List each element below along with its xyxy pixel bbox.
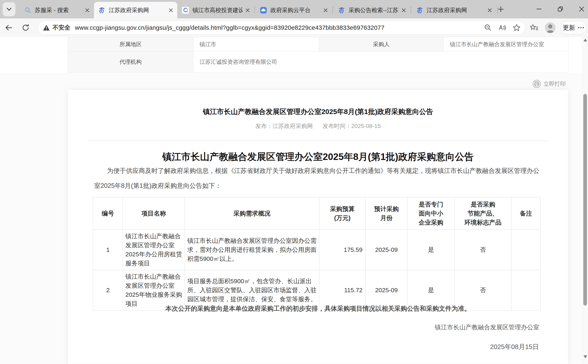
scroll-up-icon[interactable] [583, 39, 587, 41]
col-header-budget: 采购预算 (万元) [319, 197, 366, 230]
col-header-demand: 采购需求概况 [185, 197, 319, 230]
scroll-down-icon[interactable] [583, 355, 587, 358]
jiangsu-logo-icon [98, 6, 105, 14]
col-header-no: 编号 [93, 197, 123, 230]
window-restore-button[interactable] [554, 0, 567, 18]
tab-jiangsu-gov-procurement[interactable]: 江苏政府采购网 [412, 2, 496, 19]
update-label: 更新 [563, 24, 575, 32]
tab-sufucai-search[interactable]: 苏服采 - 搜索 [20, 2, 94, 19]
tab-divider [411, 6, 411, 13]
cell-demand: 镇江市长山产教融合发展区管理办公室因办公需求，需对办公用房进行租赁采购，拟办公用… [185, 230, 319, 270]
scrollbar-thumb[interactable] [583, 94, 587, 306]
announcement-date: 2025年08月15日 [68, 343, 568, 351]
info-value-purchaser: 镇江市长山产教融合发展区管理办公室 [444, 37, 568, 52]
browser-update-button[interactable]: 更新 [561, 21, 586, 34]
chevron-down-icon [5, 5, 13, 13]
col-header-project-name: 项目名称 [123, 197, 185, 230]
dashed-divider [88, 141, 548, 141]
tab-zhenjiang-university-investment[interactable]: 镇江市高校投资建设发 [178, 2, 254, 19]
col-header-sme: 是否专门 面向中小 企业采购 [407, 197, 455, 230]
tab-search-menu-button[interactable] [3, 2, 15, 16]
search-icon [24, 6, 32, 14]
url-address-field[interactable]: 不安全 www.ccgp-jiangsu.gov.cn/jiangsu/js_c… [38, 21, 525, 35]
window-close-button[interactable] [575, 0, 588, 18]
info-label-purchaser: 采购人 [319, 37, 444, 52]
announcement-card: 镇江市长山产教融合发展区管理办公室2025年8月(第1批)政府采购意向公告 发布… [68, 90, 568, 364]
tab-title: 镇江市高校投资建设发 [192, 6, 242, 14]
table-header-row: 编号 项目名称 采购需求概况 采购预算 (万元) 预计采购 月份 是否专门 面向… [93, 197, 541, 230]
print-now-button[interactable]: 立即打印 [532, 80, 566, 88]
announcement-heading: 镇江市长山产教融合发展区管理办公室2025年8月(第1批)政府采购意向公告 [68, 150, 568, 163]
web-page-content: 所属地区 镇江市 采购人 镇江市长山产教融合发展区管理办公室 代理机构 江苏汇诚… [0, 37, 588, 364]
tab-close-icon[interactable] [84, 7, 90, 13]
collections-star-icon[interactable] [529, 23, 539, 32]
print-label: 立即打印 [543, 80, 566, 88]
info-value-agency: 江苏汇诚投资咨询管理有限公司 [193, 52, 568, 73]
tab-title: 采购公告检索--江苏省 [349, 6, 399, 14]
table-row: 1 镇江市长山产教融合发展区管理办公室2025年办公用房租赁服务项目 镇江市长山… [93, 230, 541, 270]
profile-avatar[interactable] [545, 22, 555, 33]
cell-project-name: 镇江市长山产教融合发展区管理办公室2025年办公用房租赁服务项目 [123, 230, 185, 270]
favorite-star-icon[interactable] [512, 23, 521, 32]
tab-close-icon[interactable] [322, 7, 329, 13]
printer-icon [532, 80, 541, 88]
cell-sme: 是 [407, 230, 455, 270]
browser-window: 苏服采 - 搜索 江苏政府采购网 镇江市高校投资建设发 [0, 0, 588, 364]
site-security-badge[interactable]: 不安全 [43, 24, 70, 32]
publisher-label: 发布：江苏政府采购网 [255, 123, 313, 129]
cell-month: 2025-09 [366, 230, 407, 270]
project-info-table: 所属地区 镇江市 采购人 镇江市长山产教融合发展区管理办公室 代理机构 江苏汇诚… [68, 37, 568, 73]
tab-title: 江苏政府采购网 [427, 6, 485, 14]
tab-procurement-announcement-search[interactable]: 采购公告检索--江苏省 [334, 2, 410, 19]
more-options-icon[interactable] [578, 26, 584, 29]
tab-jiangsu-gov-procurement-active[interactable]: 江苏政府采购网 [94, 2, 177, 19]
cell-remark [511, 230, 541, 270]
tab-strip: 苏服采 - 搜索 江苏政府采购网 镇江市高校投资建设发 [0, 0, 588, 19]
back-icon[interactable] [5, 23, 13, 32]
cell-green: 否 [455, 230, 511, 270]
cell-no: 1 [93, 230, 123, 270]
col-header-month: 预计采购 月份 [366, 197, 407, 230]
info-value-region: 镇江市 [193, 37, 319, 52]
tab-divider [255, 6, 255, 13]
tab-close-icon[interactable] [487, 7, 493, 13]
tab-close-icon[interactable] [168, 7, 174, 13]
warning-triangle-icon [43, 24, 50, 31]
procurement-intention-table: 编号 项目名称 采购需求概况 采购预算 (万元) 预计采购 月份 是否专门 面向… [93, 197, 541, 311]
jiangsu-logo-icon [416, 6, 424, 14]
info-label-agency: 代理机构 [68, 52, 193, 73]
announcement-closing-note: 本次公开的采购意向是本单位政府采购工作的初步安排，具体采购项目情况以相关采购公告… [68, 304, 568, 313]
tab-title: 江苏政府采购网 [109, 6, 166, 14]
tab-close-icon[interactable] [401, 7, 407, 13]
zoom-out-icon[interactable] [483, 23, 492, 32]
announcement-intro: 为便于供应商及时了解政府采购信息，根据《江苏省财政厅关于做好政府采购意向公开工作… [94, 163, 542, 193]
refresh-icon[interactable] [21, 23, 30, 32]
url-text: www.ccgp-jiangsu.gov.cn/jiangsu/js_cggg/… [75, 24, 478, 31]
new-tab-button[interactable] [496, 5, 505, 14]
announcement-title: 镇江市长山产教融合发展区管理办公室2025年8月(第1批)政府采购意向公告 [68, 107, 568, 117]
tab-title: 政府采购云平台 [270, 6, 320, 14]
tab-close-icon[interactable] [245, 7, 251, 13]
q-logo-icon [182, 6, 189, 14]
security-label: 不安全 [52, 24, 70, 32]
announcement-signature: 镇江市长山产教融合发展区管理办公室 [68, 323, 568, 332]
jiangsu-logo-icon [338, 6, 345, 14]
cloud-icon [260, 6, 267, 14]
cell-budget: 175.59 [319, 230, 366, 270]
info-table-section: 所属地区 镇江市 采购人 镇江市长山产教融合发展区管理办公室 代理机构 江苏汇诚… [0, 37, 588, 73]
tab-title: 苏服采 - 搜索 [35, 6, 82, 14]
col-header-remark: 备注 [511, 197, 541, 230]
col-header-green: 是否采购 节能产品、 环境标志产品 [455, 197, 511, 230]
window-minimize-button[interactable] [533, 0, 545, 18]
tab-gov-procurement-cloud[interactable]: 政府采购云平台 [256, 2, 332, 19]
info-label-region: 所属地区 [68, 37, 193, 52]
address-bar: 不安全 www.ccgp-jiangsu.gov.cn/jiangsu/js_c… [0, 19, 588, 37]
read-aloud-icon[interactable] [498, 23, 507, 32]
announcement-meta: 发布：江苏政府采购网 发布时间：2025-08-15 [68, 122, 568, 130]
tab-divider [333, 6, 333, 13]
publish-time-label: 发布时间：2025-08-15 [322, 123, 381, 129]
